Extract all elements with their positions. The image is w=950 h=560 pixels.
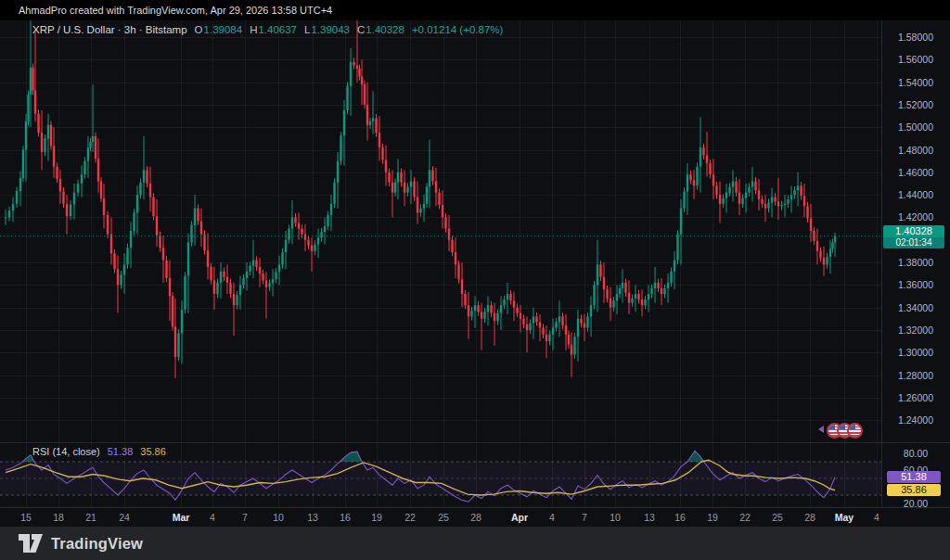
axis-tick-label: 1.28000 bbox=[881, 370, 950, 381]
flag-canton bbox=[839, 425, 845, 429]
axis-tick-label: 1.50000 bbox=[881, 121, 950, 133]
close-value: 1.40328 bbox=[366, 24, 404, 35]
axis-tick-label: 1.36000 bbox=[881, 279, 950, 290]
axis-tick-label: 1.26000 bbox=[881, 392, 950, 403]
time-tick-day: 10 bbox=[598, 512, 632, 523]
axis-tick-label: 1.38000 bbox=[881, 257, 950, 268]
axis-tick-label: 1.34000 bbox=[881, 302, 950, 313]
chart-page: AhmadPro created with TradingView.com, A… bbox=[0, 0, 950, 560]
attribution-text: AhmadPro created with TradingView.com, A… bbox=[19, 5, 332, 16]
time-tick-month: May bbox=[828, 512, 861, 523]
axis-tick-label: 1.58000 bbox=[881, 32, 950, 43]
last-price-value: 1.40328 bbox=[883, 225, 944, 237]
symbol-title: XRP / U.S. Dollar · 3h · Bitstamp bbox=[32, 24, 187, 35]
time-tick-month: Mar bbox=[164, 512, 198, 523]
axis-tick-label: 80.00 bbox=[881, 448, 950, 459]
rsi-ma-axis-value-label: 35.86 bbox=[887, 484, 941, 496]
close-label: C bbox=[357, 24, 365, 35]
price-axis[interactable]: 1.580001.560001.540001.520001.500001.480… bbox=[881, 20, 950, 507]
flag-canton bbox=[828, 425, 835, 429]
time-axis[interactable]: 15182124Mar4710131619222528Apr4710131619… bbox=[0, 507, 950, 527]
symbol-legend[interactable]: XRP / U.S. Dollar · 3h · BitstampO1.3908… bbox=[32, 24, 503, 35]
time-tick-day: 13 bbox=[296, 512, 329, 523]
axis-tick-label: 1.32000 bbox=[881, 325, 950, 336]
axis-tick-label: 1.46000 bbox=[881, 167, 950, 178]
bar-countdown: 02:01:34 bbox=[883, 237, 944, 248]
footer-bar: TradingView bbox=[0, 527, 950, 560]
time-tick-day: 28 bbox=[793, 512, 827, 523]
time-tick-day: 18 bbox=[42, 512, 75, 523]
attribution-bar: AhmadPro created with TradingView.com, A… bbox=[0, 0, 950, 20]
time-tick-day: 10 bbox=[262, 512, 295, 523]
tradingview-logo-icon[interactable] bbox=[19, 534, 43, 553]
high-label: H bbox=[250, 24, 257, 35]
time-tick-day: 24 bbox=[108, 512, 141, 523]
change-value: +0.01214 (+0.87%) bbox=[412, 24, 503, 35]
last-price-label: 1.40328 02:01:34 bbox=[883, 225, 944, 248]
open-label: O bbox=[195, 24, 203, 35]
low-label: L bbox=[304, 24, 310, 35]
time-tick-month: Apr bbox=[503, 512, 536, 523]
axis-tick-label: 1.30000 bbox=[881, 347, 950, 358]
time-tick-day: 19 bbox=[696, 512, 729, 523]
time-tick-day: 16 bbox=[328, 512, 362, 523]
axis-tick-label: 1.54000 bbox=[881, 77, 950, 88]
time-tick-day: 22 bbox=[393, 512, 427, 523]
time-tick-day: 13 bbox=[633, 512, 666, 523]
time-tick-day: 4 bbox=[535, 512, 569, 523]
time-tick-day: 16 bbox=[663, 512, 697, 523]
rsi-axis-value-label: 51.38 bbox=[887, 471, 941, 483]
low-value: 1.39043 bbox=[311, 24, 350, 35]
time-tick-day: 28 bbox=[459, 512, 493, 523]
time-tick-day: 21 bbox=[74, 512, 108, 523]
rsi-legend[interactable]: RSI (14, close)51.3835.86 bbox=[32, 446, 166, 457]
tradingview-brand-text[interactable]: TradingView bbox=[51, 535, 143, 553]
axis-tick-label: 1.48000 bbox=[881, 145, 950, 156]
axis-tick-label: 1.24000 bbox=[881, 414, 950, 426]
time-tick-day: 25 bbox=[761, 512, 794, 523]
axis-tick-label: 1.56000 bbox=[881, 54, 950, 65]
time-tick-day: 19 bbox=[360, 512, 393, 523]
us-flag-economic-event-icon[interactable] bbox=[847, 423, 863, 439]
candlestick-series bbox=[5, 20, 836, 378]
axis-tick-label: 1.52000 bbox=[881, 99, 950, 110]
rsi-value: 51.38 bbox=[108, 446, 134, 457]
chart-canvas[interactable] bbox=[0, 20, 950, 507]
rsi-ma-value: 35.86 bbox=[140, 446, 166, 457]
open-value: 1.39084 bbox=[204, 24, 243, 35]
time-tick-day: 4 bbox=[196, 512, 229, 523]
axis-tick-label: 1.44000 bbox=[881, 189, 950, 200]
time-tick-day: 15 bbox=[9, 512, 43, 523]
time-tick-day: 22 bbox=[728, 512, 762, 523]
rsi-title: RSI (14, close) bbox=[32, 446, 100, 457]
high-value: 1.40637 bbox=[258, 24, 297, 35]
flag-canton bbox=[849, 425, 855, 429]
time-tick-day: 25 bbox=[427, 512, 460, 523]
event-marker-arrow-icon[interactable] bbox=[818, 426, 824, 433]
time-tick-day: 4 bbox=[860, 512, 893, 523]
time-tick-day: 7 bbox=[228, 512, 262, 523]
rsi-pane bbox=[0, 451, 881, 502]
time-tick-day: 7 bbox=[568, 512, 601, 523]
axis-tick-label: 1.42000 bbox=[881, 211, 950, 223]
